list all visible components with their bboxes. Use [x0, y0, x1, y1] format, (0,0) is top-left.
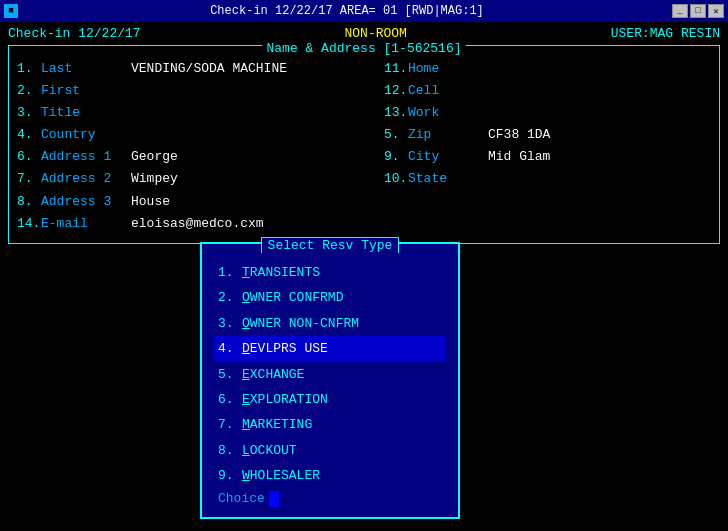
field-zip: 5. Zip CF38 1DA [384, 124, 711, 146]
app-icon: ■ [4, 4, 18, 18]
user-label: USER:MAG RESIN [611, 26, 720, 41]
close-button[interactable]: ✕ [708, 4, 724, 18]
resv-option-owner-confirmed[interactable]: 2. OWNER CONFRMD [214, 285, 446, 310]
choice-label: Choice [218, 491, 265, 506]
resv-option-devlprs-use[interactable]: 4. DEVLPRS USE [214, 336, 446, 361]
resv-option-exchange[interactable]: 5. EXCHANGE [214, 362, 446, 387]
resv-type-popup: Select Resv Type 1. TRANSIENTS 2. OWNER … [200, 242, 460, 519]
non-room-label: NON-ROOM [344, 26, 406, 41]
popup-title: Select Resv Type [261, 237, 400, 253]
field-address2: 7. Address 2 Wimpey [17, 168, 364, 190]
field-state: 10. State [384, 168, 711, 190]
window-controls: _ □ ✕ [672, 4, 724, 18]
field-country: 4. Country [17, 124, 364, 146]
field-address1: 6. Address 1 George [17, 146, 364, 168]
choice-row: Choice [214, 489, 446, 509]
terminal-area: Check-in 12/22/17 NON-ROOM USER:MAG RESI… [0, 22, 728, 531]
field-address3: 8. Address 3 House [17, 191, 364, 213]
name-address-title: Name & Address [1-562516] [262, 41, 465, 56]
minimize-button[interactable]: _ [672, 4, 688, 18]
name-address-box: Name & Address [1-562516] 1. Last VENDIN… [8, 45, 720, 244]
field-cell: 12. Cell [384, 80, 711, 102]
title-bar: ■ Check-in 12/22/17 AREA= 01 [RWD|MAG:1]… [0, 0, 728, 22]
resv-option-owner-non-cnfrm[interactable]: 3. OWNER NON-CNFRM [214, 311, 446, 336]
maximize-button[interactable]: □ [690, 4, 706, 18]
right-fields: 11. Home 12. Cell 13. Work 5. Zip CF38 1… [364, 58, 711, 235]
resv-option-wholesaler[interactable]: 9. WHOLESALER [214, 463, 446, 488]
field-title: 3. Title [17, 102, 364, 124]
field-city: 9. City Mid Glam [384, 146, 711, 168]
resv-option-exploration[interactable]: 6. EXPLORATION [214, 387, 446, 412]
checkin-label: Check-in 12/22/17 [8, 26, 141, 41]
field-work: 13. Work [384, 102, 711, 124]
field-email: 14. E-mail eloisas@medco.cxm [17, 213, 364, 235]
field-first: 2. First [17, 80, 364, 102]
top-bar: Check-in 12/22/17 NON-ROOM USER:MAG RESI… [8, 26, 720, 41]
field-home: 11. Home [384, 58, 711, 80]
window-title: Check-in 12/22/17 AREA= 01 [RWD|MAG:1] [22, 4, 672, 18]
resv-option-lockout[interactable]: 8. LOCKOUT [214, 438, 446, 463]
resv-option-transients[interactable]: 1. TRANSIENTS [214, 260, 446, 285]
resv-option-marketing[interactable]: 7. MARKETING [214, 412, 446, 437]
choice-cursor[interactable] [269, 491, 279, 507]
popup-items-container: 1. TRANSIENTS 2. OWNER CONFRMD 3. OWNER … [202, 256, 458, 517]
left-fields: 1. Last VENDING/SODA MACHINE 2. First 3.… [17, 58, 364, 235]
field-last: 1. Last VENDING/SODA MACHINE [17, 58, 364, 80]
